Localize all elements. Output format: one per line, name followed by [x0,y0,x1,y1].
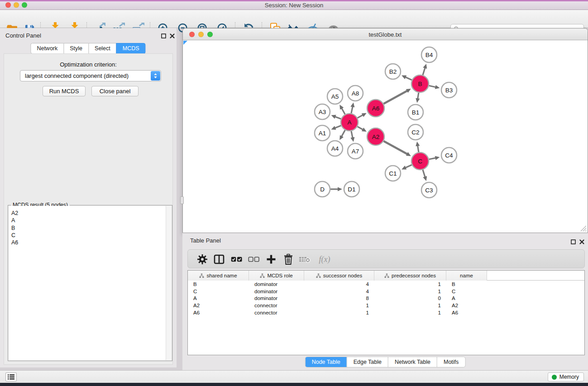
float-icon [161,33,166,38]
delete-selected-button[interactable] [281,252,296,267]
graph-arrowhead [350,103,354,108]
table-panel: Table Panel [182,233,588,370]
table-cell[interactable]: A [446,295,487,301]
table-cell[interactable]: 4 [304,289,374,294]
table-row[interactable]: Cdominator41C [188,288,584,295]
add-column-button[interactable] [264,252,278,267]
memory-indicator-button[interactable]: Memory [548,372,584,381]
graph-node-label: B3 [445,87,453,94]
table-row[interactable]: A2connector11A2 [188,302,584,309]
dropdown-stepper[interactable] [151,71,160,81]
column-type-icon [199,273,204,278]
columns-icon [214,254,225,264]
graph-node-label: D [320,186,325,193]
network-window-titlebar[interactable]: testGlobe.txt [183,29,588,40]
column-header-label: name [460,273,473,278]
show-columns-button[interactable] [212,252,226,267]
select-all-button[interactable] [229,252,244,267]
resize-grip-icon [578,224,587,232]
table-cell[interactable]: dominator [249,295,304,301]
table-cell[interactable]: dominator [249,281,304,287]
table-cell[interactable]: A6 [188,310,249,315]
graph-arrowhead [331,115,336,119]
network-graph: B4B2BB3A5A8A6A3AB1A1A2C2A4A7C4C1CC3DD1 [183,41,588,233]
close-panel-button[interactable] [169,33,175,39]
result-item[interactable]: B [9,224,172,232]
column-header-name[interactable]: name [446,271,487,281]
graph-edge-A6-B[interactable] [384,90,409,104]
table-cell[interactable]: 1 [374,310,446,315]
table-cell[interactable]: 1 [304,303,374,308]
panel-splitter-handle[interactable] [180,196,184,204]
float-panel-button[interactable] [161,33,167,39]
table-row[interactable]: Adominator80A [188,295,584,302]
column-header-shared-name[interactable]: shared name [188,271,249,281]
result-scrollbar[interactable] [166,206,172,360]
table-cell[interactable]: C [188,289,249,294]
function-builder-button[interactable]: f(x) [315,252,335,267]
table-cell[interactable]: C [446,289,487,294]
main-toolbar [0,10,588,28]
result-item[interactable]: A6 [9,239,172,246]
column-header-successor-nodes[interactable]: successor nodes [304,271,374,281]
table-cell[interactable]: connector [249,303,304,308]
table-cell[interactable]: 1 [374,303,446,308]
node-table: shared nameMCDS rolesuccessor nodesprede… [187,270,585,355]
table-cell[interactable]: 4 [304,281,374,287]
titlebar-accent [0,0,588,1]
graph-node-label: A8 [352,90,359,97]
memory-status-icon [552,375,557,380]
table-cell[interactable]: A6 [446,310,487,315]
graph-node-label: A7 [352,148,359,155]
table-cell[interactable]: 0 [374,295,446,301]
table-cell[interactable]: dominator [249,289,304,294]
graph-arrowhead [416,142,420,147]
result-item[interactable]: C [9,232,172,239]
table-row[interactable]: A6connector11A6 [188,309,584,316]
run-mcds-button[interactable]: Run MCDS [43,86,86,96]
task-history-button[interactable] [5,372,17,381]
tab-node-table[interactable]: Node Table [306,357,347,367]
deselect-all-button[interactable] [247,252,261,267]
close-icon [579,239,584,244]
table-cell[interactable]: connector [249,310,304,315]
table-cell[interactable]: 8 [304,295,374,301]
table-cell[interactable]: B [446,281,487,287]
close-panel-action-button[interactable]: Close panel [91,86,139,96]
table-cell[interactable]: A2 [188,303,249,308]
network-canvas[interactable]: B4B2BB3A5A8A6A3AB1A1A2C2A4A7C4C1CC3DD1 [183,41,587,232]
tab-select[interactable]: Select [88,43,117,54]
column-header-mcds-role[interactable]: MCDS role [249,271,304,281]
delete-column-button[interactable] [297,252,312,267]
tab-edge-table[interactable]: Edge Table [347,357,388,367]
tab-style[interactable]: Style [63,43,89,54]
tab-network-table[interactable]: Network Table [388,357,437,367]
control-panel: Control Panel NetworkStyleSelectMCDS Opt… [0,28,177,367]
table-close-button[interactable] [579,239,585,245]
table-header-row: shared nameMCDS rolesuccessor nodesprede… [188,271,584,281]
table-cell[interactable]: A2 [446,303,487,308]
graph-edge-A2-C[interactable] [384,141,409,155]
memory-label: Memory [559,374,579,380]
chevron-up-down-icon [153,73,158,79]
graph-node-label: A [347,119,351,126]
optimization-dropdown[interactable]: largest connected component (directed) [20,70,161,81]
result-item[interactable]: A2 [9,210,172,217]
table-float-button[interactable] [570,239,576,245]
table-cell[interactable]: A [188,295,249,301]
table-cell[interactable]: B [188,281,249,287]
column-header-predecessor-nodes[interactable]: predecessor nodes [374,271,446,281]
mcds-result-list[interactable]: A2ABCA6 [9,206,172,360]
table-cell[interactable]: 1 [374,281,446,287]
float-icon [571,239,576,244]
tab-motifs[interactable]: Motifs [437,357,465,367]
table-settings-button[interactable] [195,252,210,267]
result-item[interactable]: A [9,217,172,224]
tab-network[interactable]: Network [30,43,64,54]
window-title: Session: New Session [0,2,588,9]
tab-mcds[interactable]: MCDS [116,43,146,54]
table-cell[interactable]: 1 [374,289,446,294]
table-row[interactable]: Bdominator41B [188,281,584,288]
table-cell[interactable]: 1 [304,310,374,315]
trash-icon [284,254,293,265]
